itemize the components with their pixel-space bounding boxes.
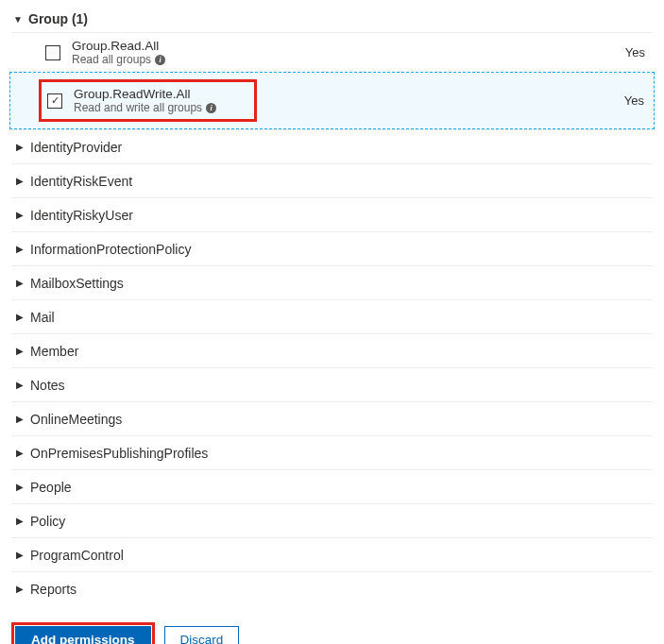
category-label: IdentityRiskEvent [30,174,132,189]
chevron-down-icon: ▼ [11,14,25,25]
chevron-right-icon: ▶ [13,482,26,492]
category-label: InformationProtectionPolicy [30,242,191,257]
category-label: OnlineMeetings [30,412,122,427]
category-label: IdentityProvider [30,140,122,155]
button-bar: Add permissions Discard [11,622,653,644]
category-row[interactable]: ▶OnPremisesPublishingProfiles [11,435,653,469]
add-permissions-button[interactable]: Add permissions [15,626,151,644]
chevron-right-icon: ▶ [13,346,26,356]
group-title: Group (1) [28,11,88,26]
chevron-right-icon: ▶ [13,584,26,594]
category-label: Reports [30,582,77,597]
category-row[interactable]: ▶ProgramControl [11,537,653,571]
chevron-right-icon: ▶ [13,210,26,220]
category-label: ProgramControl [30,548,124,563]
category-row[interactable]: ▶IdentityRiskEvent [11,163,653,197]
category-label: MailboxSettings [30,276,124,291]
group-header[interactable]: ▼ Group (1) [11,8,653,33]
checkbox-checked[interactable]: ✓ [47,93,62,109]
permission-desc: Read all groups i [72,53,611,66]
category-row[interactable]: ▶Member [11,333,653,367]
chevron-right-icon: ▶ [13,142,26,152]
category-label: OnPremisesPublishingProfiles [30,446,208,461]
chevron-right-icon: ▶ [13,176,26,186]
info-icon[interactable]: i [155,55,165,65]
category-row[interactable]: ▶IdentityProvider [11,129,653,163]
admin-consent-value: Yes [611,45,649,59]
category-row[interactable]: ▶Mail [11,299,653,333]
category-row[interactable]: ▶MailboxSettings [11,265,653,299]
category-row[interactable]: ▶People [11,469,653,503]
permission-name: Group.ReadWrite.All [74,87,216,101]
info-icon[interactable]: i [206,103,216,113]
chevron-right-icon: ▶ [13,312,26,322]
category-row[interactable]: ▶Notes [11,367,653,401]
chevron-right-icon: ▶ [13,414,26,424]
category-row[interactable]: ▶Reports [11,571,653,605]
permission-row-selected[interactable]: ✓ Group.ReadWrite.All Read and write all… [9,72,655,129]
category-row[interactable]: ▶IdentityRiskyUser [11,197,653,231]
chevron-right-icon: ▶ [13,278,26,288]
category-label: Policy [30,514,65,529]
permission-row[interactable]: Group.Read.All Read all groups i Yes [11,33,653,72]
chevron-right-icon: ▶ [13,550,26,560]
category-label: Mail [30,310,55,325]
highlight-box: Add permissions [11,622,155,644]
category-label: Member [30,344,78,359]
category-label: Notes [30,378,65,393]
permission-name: Group.Read.All [72,39,611,53]
chevron-right-icon: ▶ [13,516,26,526]
checkbox-unchecked[interactable] [45,45,60,60]
category-label: IdentityRiskyUser [30,208,133,223]
category-row[interactable]: ▶OnlineMeetings [11,401,653,435]
chevron-right-icon: ▶ [13,244,26,254]
discard-button[interactable]: Discard [164,626,240,644]
category-row[interactable]: ▶Policy [11,503,653,537]
chevron-right-icon: ▶ [13,380,26,390]
permission-desc: Read and write all groups i [74,101,216,114]
category-label: People [30,480,72,495]
chevron-right-icon: ▶ [13,448,26,458]
admin-consent-value: Yes [610,93,648,108]
category-row[interactable]: ▶InformationProtectionPolicy [11,231,653,265]
